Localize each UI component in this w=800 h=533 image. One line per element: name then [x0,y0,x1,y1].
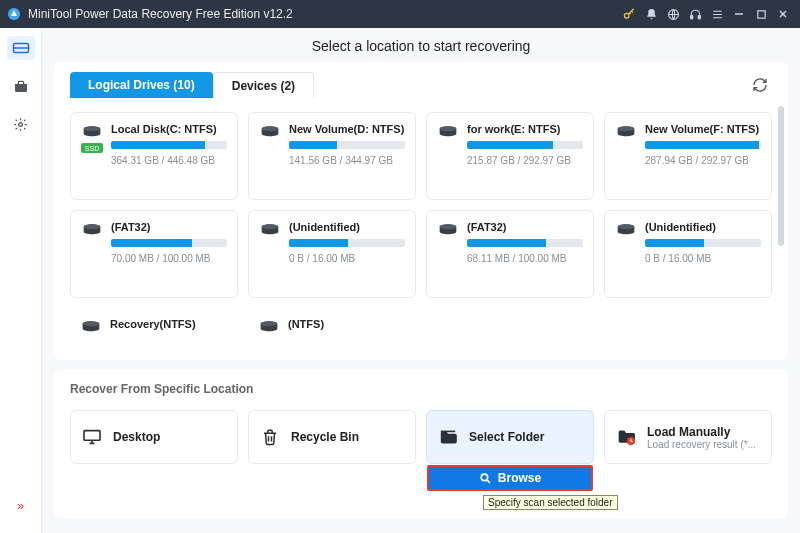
page-heading: Select a location to start recovering [42,28,800,62]
svg-rect-5 [757,10,764,17]
disk-icon [615,125,637,139]
usage-bar [645,239,761,247]
svg-rect-28 [84,431,100,441]
location-load-manually[interactable]: Load Manually Load recovery result (*... [604,410,772,464]
drive-usage: 215.87 GB / 292.97 GB [467,155,583,166]
desktop-icon [81,428,103,446]
svg-point-13 [440,126,457,131]
svg-rect-29 [441,431,455,433]
usage-bar [289,141,405,149]
drive-name: Recovery(NTFS) [110,318,228,330]
headphones-icon[interactable] [684,3,706,25]
drive-card[interactable]: (FAT32)70.00 MB / 100.00 MB [70,210,238,298]
drive-card[interactable]: SSDLocal Disk(C: NTFS)364.31 GB / 446.48… [70,112,238,200]
app-title: MiniTool Power Data Recovery Free Editio… [28,7,618,21]
drive-card[interactable]: (NTFS) [248,308,416,350]
svg-point-23 [618,224,635,229]
drive-card[interactable]: New Volume(D: NTFS)141.56 GB / 344.97 GB [248,112,416,200]
drive-usage: 68.11 MB / 100.00 MB [467,253,583,264]
folder-icon [437,428,459,446]
svg-rect-3 [690,15,692,18]
tab-logical-drives[interactable]: Logical Drives (10) [70,72,213,98]
drive-card[interactable]: (Unidentified)0 B / 16.00 MB [604,210,772,298]
location-label: Recycle Bin [291,430,359,444]
drive-usage: 0 B / 16.00 MB [289,253,405,264]
drive-name: New Volume(F: NTFS) [645,123,761,135]
drive-name: (NTFS) [288,318,406,330]
disk-icon [259,125,281,139]
drive-usage: 141.56 GB / 344.97 GB [289,155,405,166]
usage-bar [467,239,583,247]
main-area: Select a location to start recovering Lo… [42,28,800,533]
disk-icon [258,320,280,334]
svg-point-11 [262,126,279,131]
location-label: Load Manually [647,425,756,439]
locations-title: Recover From Specific Location [70,382,772,396]
browse-label: Browse [498,471,541,485]
window: MiniTool Power Data Recovery Free Editio… [0,0,800,533]
drive-name: New Volume(D: NTFS) [289,123,405,135]
rail-toolbox-icon[interactable] [7,74,35,98]
svg-point-21 [440,224,457,229]
app-logo-icon [6,6,22,22]
key-icon[interactable] [618,3,640,25]
location-recycle-bin[interactable]: Recycle Bin [248,410,416,464]
drive-usage: 287.94 GB / 292.97 GB [645,155,761,166]
tab-devices[interactable]: Devices (2) [213,72,314,98]
drive-card[interactable]: for work(E: NTFS)215.87 GB / 292.97 GB [426,112,594,200]
location-desktop[interactable]: Desktop [70,410,238,464]
svg-point-30 [481,474,488,481]
browse-button[interactable]: Browse [427,465,593,491]
maximize-button[interactable] [750,3,772,25]
drive-card[interactable]: New Volume(F: NTFS)287.94 GB / 292.97 GB [604,112,772,200]
drives-panel: Logical Drives (10) Devices (2) SSDLocal… [54,62,788,360]
disk-icon [81,223,103,237]
locations-panel: Recover From Specific Location Desktop R… [54,370,788,518]
usage-bar [289,239,405,247]
refresh-icon[interactable] [748,73,772,97]
drive-card[interactable]: Recovery(NTFS) [70,308,238,350]
drive-name: (Unidentified) [289,221,405,233]
usage-bar [111,239,227,247]
disk-icon [615,223,637,237]
disk-icon [80,320,102,334]
ssd-badge: SSD [81,143,103,153]
drives-scrollbar[interactable] [778,106,784,342]
drive-name: for work(E: NTFS) [467,123,583,135]
usage-bar [645,141,761,149]
titlebar: MiniTool Power Data Recovery Free Editio… [0,0,800,28]
drive-usage: 364.31 GB / 446.48 GB [111,155,227,166]
location-select-folder[interactable]: Select Folder Browse Specify scan select… [426,410,594,464]
globe-icon[interactable] [662,3,684,25]
usage-bar [467,141,583,149]
rail-recover-icon[interactable] [7,36,35,60]
svg-point-17 [84,224,101,229]
svg-point-19 [262,224,279,229]
svg-point-27 [261,321,278,326]
drive-card[interactable]: (FAT32)68.11 MB / 100.00 MB [426,210,594,298]
close-button[interactable] [772,3,794,25]
side-rail: » [0,28,42,533]
drive-name: (FAT32) [467,221,583,233]
disk-icon [437,125,459,139]
location-label: Desktop [113,430,160,444]
drive-card[interactable]: (Unidentified)0 B / 16.00 MB [248,210,416,298]
location-sublabel: Load recovery result (*... [647,439,756,450]
load-icon [615,428,637,446]
drive-name: (Unidentified) [645,221,761,233]
rail-expand-icon[interactable]: » [17,499,24,513]
trash-icon [259,428,281,446]
drive-usage: 0 B / 16.00 MB [645,253,761,264]
menu-icon[interactable] [706,3,728,25]
svg-point-25 [83,321,100,326]
usage-bar [111,141,227,149]
location-label: Select Folder [469,430,544,444]
search-icon [479,472,492,485]
rail-settings-icon[interactable] [7,112,35,136]
disk-icon [259,223,281,237]
bell-icon[interactable] [640,3,662,25]
drive-usage: 70.00 MB / 100.00 MB [111,253,227,264]
disk-icon [81,125,103,139]
minimize-button[interactable] [728,3,750,25]
svg-point-15 [618,126,635,131]
